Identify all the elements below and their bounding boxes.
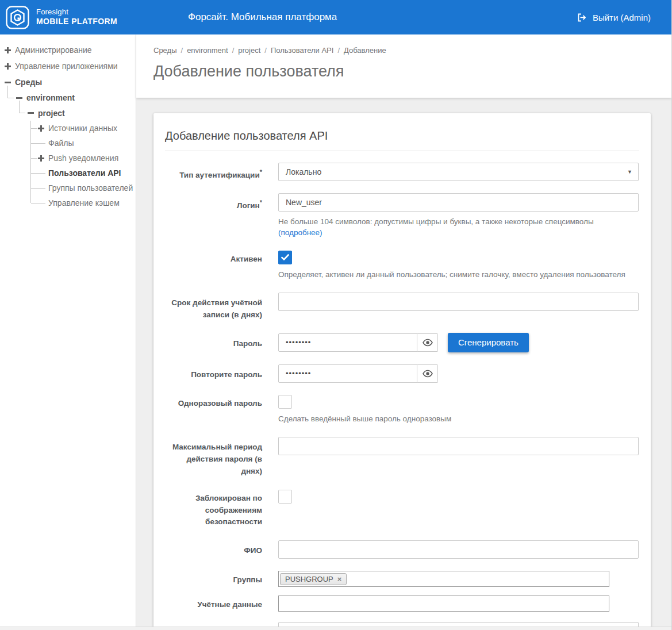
sidebar-item-label: Управление приложениями [15,62,118,71]
label-text: Логин [237,201,260,210]
breadcrumb-separator: / [264,46,267,55]
repeat-password-input[interactable] [278,364,417,383]
max-password-period-row: Максимальный период действия пароля (в д… [165,437,639,478]
plus-icon[interactable] [5,47,11,53]
groups-row: Группы PUSHGROUP × [165,571,639,587]
page-title: Добавление пользователя [153,63,671,80]
foresight-logo-icon [6,6,29,29]
password-input[interactable] [278,333,417,352]
sidebar-item-label: Источники данных [48,124,117,133]
sidebar-item-files[interactable]: Файлы [0,136,136,151]
sidebar-item-label: Файлы [48,139,74,148]
generate-password-button[interactable]: Сгенерировать [448,333,529,352]
group-tag: PUSHGROUP × [280,573,347,585]
max-password-period-input[interactable] [278,437,639,455]
sidebar-item-label: project [38,109,65,118]
active-row: Активен Определяет, активен ли данный по… [165,251,639,281]
app-logo[interactable]: Foresight MOBILE PLATFORM [6,6,117,29]
sidebar-item-label: Среды [15,78,42,87]
sidebar-item-label: Пользователи API [48,168,121,178]
fio-row: ФИО [165,540,639,559]
password-label: Пароль [165,333,262,352]
sidebar-item-label: Управление кэшем [48,198,120,208]
show-repeat-password-button[interactable] [417,364,438,383]
sidebar-item-cache-management[interactable]: Управление кэшем [0,195,136,210]
breadcrumb-item[interactable]: environment [187,46,228,55]
breadcrumb-item[interactable]: Добавление [344,46,386,55]
required-asterisk: * [260,199,262,206]
login-row: Логин* Не больше 104 символов: допустимы… [165,193,639,239]
sidebar-item-project[interactable]: project [0,105,136,121]
auth-type-value: Локально [286,167,321,176]
sidebar-item-app-management[interactable]: Управление приложениями [0,58,136,74]
active-help: Определяет, активен ли данный пользовате… [278,270,639,281]
groups-tags-input[interactable]: PUSHGROUP × [278,571,609,587]
plus-icon[interactable] [38,125,44,132]
logo-text-top: Foresight [36,7,117,17]
logout-button[interactable]: Выйти (Admin) [577,0,651,34]
breadcrumb-item[interactable]: Среды [153,46,177,55]
breadcrumb-item[interactable]: project [238,46,260,55]
main-area: Среды/environment/project/Пользователи A… [136,34,671,630]
chevron-down-icon: ▼ [627,169,632,175]
breadcrumb-item[interactable]: Пользователи API [271,46,333,55]
plus-icon[interactable] [38,155,44,162]
project-children: Источники данных Файлы Push уведомления … [0,121,136,210]
help-text: Не больше 104 символов: допустимы цифры … [278,217,594,226]
account-expiry-label: Срок действия учётной записи (в днях) [165,293,262,321]
sidebar-item-api-users[interactable]: Пользователи API [0,166,136,180]
sidebar-item-label: Группы пользователей [48,183,133,193]
eye-icon [423,370,433,378]
password-row: Пароль Сгенерировать [165,333,639,352]
sidebar-item-data-sources[interactable]: Источники данных [0,121,136,136]
login-help: Не больше 104 символов: допустимы цифры … [278,217,639,239]
active-checkbox[interactable] [278,251,292,264]
blocked-row: Заблокирован по соображениям безопастнос… [165,490,639,529]
sidebar-item-environments[interactable]: Среды [0,74,136,90]
eye-icon [423,339,433,347]
show-password-button[interactable] [417,333,438,352]
breadcrumb: Среды/environment/project/Пользователи A… [153,46,671,55]
credentials-input[interactable] [278,596,609,612]
repeat-password-row: Повторите пароль [165,364,639,383]
login-input[interactable] [278,193,639,212]
one-time-password-row: Одноразовый пароль Сделать введённый выш… [165,395,639,425]
one-time-password-help: Сделать введённый выше пароль одноразовы… [278,414,639,425]
label-text: Тип аутентификации [179,171,260,179]
one-time-password-checkbox[interactable] [278,395,292,409]
auth-type-label: Тип аутентификации* [165,163,262,181]
credentials-row: Учётные данные [165,596,639,612]
auth-type-select[interactable]: Локально ▼ [278,163,639,181]
max-password-period-label: Максимальный период действия пароля (в д… [165,437,262,478]
fio-input[interactable] [278,540,639,559]
header-title: Форсайт. Мобильная платформа [188,0,337,34]
minus-icon[interactable] [5,82,11,83]
page-header-band: Среды/environment/project/Пользователи A… [136,34,671,98]
minus-icon[interactable] [16,97,22,99]
content-area: Добавление пользователя API Тип аутентиф… [136,98,671,630]
repeat-password-label: Повторите пароль [165,364,262,383]
login-label: Логин* [165,193,262,239]
sidebar-tree: Администрирование Управление приложениям… [0,34,136,630]
fio-label: ФИО [165,540,262,559]
window-bottom-edge [0,627,672,630]
logout-label: Выйти (Admin) [593,13,651,22]
sidebar-item-label: Push уведомления [48,153,118,163]
minus-icon[interactable] [28,112,34,114]
sidebar-item-push-notifications[interactable]: Push уведомления [0,151,136,166]
required-asterisk: * [260,168,262,175]
details-link[interactable]: (подробнее) [278,228,322,237]
blocked-checkbox[interactable] [278,490,292,504]
card-title: Добавление пользователя API [165,125,639,151]
account-expiry-row: Срок действия учётной записи (в днях) [165,293,639,321]
blocked-label: Заблокирован по соображениям безопастнос… [165,490,262,529]
sidebar-item-user-groups[interactable]: Группы пользователей [0,180,136,195]
one-time-password-label: Одноразовый пароль [165,395,262,425]
breadcrumb-separator: / [232,46,235,55]
account-expiry-input[interactable] [278,293,639,311]
plus-icon[interactable] [5,63,11,70]
sidebar-item-label: environment [26,93,75,102]
remove-tag-icon[interactable]: × [337,575,342,583]
logo-text-bottom: MOBILE PLATFORM [36,17,117,27]
sidebar-item-administration[interactable]: Администрирование [0,42,136,58]
